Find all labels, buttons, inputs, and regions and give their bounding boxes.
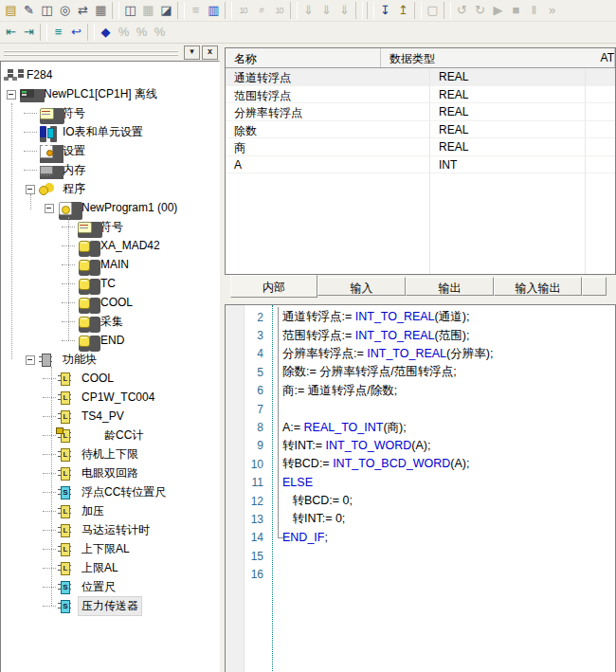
expand-box[interactable] <box>62 316 77 328</box>
variable-tab[interactable]: 输出 <box>406 277 494 296</box>
code-line[interactable]: 15 <box>226 547 615 565</box>
expand-box[interactable] <box>62 259 77 271</box>
variable-tab[interactable]: 输入 <box>317 277 406 296</box>
monitor-mode-icon[interactable]: ↻ <box>471 2 489 19</box>
code-line[interactable]: 3 范围转浮点:= INT_TO_REAL(范围); <box>226 326 615 344</box>
watch-hex-icon[interactable]: # <box>252 2 270 19</box>
binoculars-icon[interactable]: ◎ <box>56 2 74 19</box>
page-check-icon[interactable]: ◪ <box>157 2 175 19</box>
code-line[interactable]: 10 转BCD:= INT_TO_BCD_WORD(A); <box>226 455 615 473</box>
monitor-icon[interactable]: ▢ <box>424 2 442 19</box>
tree-item[interactable]: COOL <box>1 293 219 312</box>
tree-item[interactable]: MAIN <box>1 255 219 274</box>
code-line[interactable]: 8 A:= REAL_TO_INT(商); <box>226 418 615 436</box>
cell-datatype[interactable]: REAL <box>430 103 586 121</box>
force-cancel-icon[interactable]: ⇓ <box>335 2 353 19</box>
tree-item[interactable]: 压力传送器 <box>1 596 219 615</box>
code-line[interactable]: 4 分辨率转浮点:= INT_TO_REAL(分辨率); <box>226 345 615 363</box>
variable-tab[interactable] <box>582 277 607 296</box>
clipboard-icon[interactable]: ▦ <box>92 2 110 19</box>
cell-name[interactable]: A <box>226 156 430 174</box>
tree-item[interactable]: TC <box>1 274 219 293</box>
st-code-editor[interactable]: 2 通道转浮点:= INT_TO_REAL(通道); 3 范围转浮点:= INT… <box>225 304 616 672</box>
table-row[interactable]: 分辨率转浮点 REAL <box>226 103 615 121</box>
expand-box[interactable] <box>43 486 58 499</box>
tree-item[interactable]: 符号 <box>1 217 219 236</box>
expand-box[interactable] <box>24 126 39 138</box>
pause-icon[interactable]: ‖ <box>525 2 543 19</box>
table-row[interactable]: 商 REAL <box>226 138 615 156</box>
cell-at[interactable] <box>586 138 615 156</box>
play-icon[interactable]: ▶ <box>489 2 507 19</box>
tree-item[interactable]: 程序 <box>1 179 219 198</box>
expand-box[interactable] <box>24 107 39 119</box>
close-icon[interactable]: x <box>202 45 218 60</box>
code-line[interactable]: 9 转INT:= INT_TO_WORD(A); <box>226 437 615 455</box>
expand-box[interactable] <box>62 221 77 233</box>
tree-item[interactable]: COOL <box>1 369 219 388</box>
tree-item[interactable]: IO表和单元设置 <box>1 122 219 141</box>
run-mode-icon[interactable]: ↺ <box>453 2 471 19</box>
tree-item[interactable]: F284 <box>1 65 219 84</box>
expand-box[interactable] <box>24 145 39 157</box>
expand-box[interactable] <box>5 88 20 100</box>
cell-at[interactable] <box>586 103 615 121</box>
set-value-icon[interactable]: % <box>115 24 133 41</box>
tree-item[interactable]: NewProgram1 (00) <box>1 198 219 217</box>
expand-box[interactable] <box>24 183 39 195</box>
cell-datatype[interactable]: REAL <box>430 68 586 86</box>
stop-icon[interactable]: ■ <box>507 2 525 19</box>
indent-icon[interactable]: ⇤ <box>2 24 20 41</box>
flag-pen-icon[interactable]: ◆ <box>97 24 115 41</box>
expand-box[interactable] <box>43 448 58 461</box>
align-lines-icon[interactable]: ≡ <box>49 24 67 41</box>
compare-programs-icon[interactable]: ◫ <box>121 2 139 19</box>
variable-tab[interactable]: 内部 <box>230 275 317 298</box>
tree-item[interactable]: 采集 <box>1 312 219 331</box>
chevron-down-icon[interactable]: ▾ <box>184 45 200 60</box>
force-off-icon[interactable]: ⇓ <box>317 2 335 19</box>
paste-icon[interactable]: ▤ <box>2 2 20 19</box>
code-line[interactable]: 14 END_IF; <box>226 529 615 547</box>
list-icon[interactable]: ≡ <box>187 2 205 19</box>
workspace-handle[interactable]: ▾ x <box>0 44 220 61</box>
cell-name[interactable]: 商 <box>226 138 430 156</box>
column-header[interactable]: 数据类型 <box>381 48 592 67</box>
tree-item[interactable]: 功能块 <box>1 350 219 369</box>
expand-box[interactable] <box>24 164 39 176</box>
expand-box[interactable] <box>43 467 58 480</box>
expand-box[interactable] <box>43 410 58 423</box>
tree-item[interactable]: 位置尺 <box>1 577 219 596</box>
expand-box[interactable] <box>24 354 39 366</box>
tree-item[interactable]: 符号 <box>1 103 219 122</box>
watch-signed-icon[interactable]: 10 <box>270 2 288 19</box>
tree-item[interactable]: 电眼双回路 <box>1 463 219 482</box>
code-line[interactable]: 11 ELSE <box>226 474 615 492</box>
expand-box[interactable] <box>43 562 58 574</box>
find-in-page-icon[interactable]: ◫ <box>38 2 56 19</box>
tree-item[interactable]: 待机上下限 <box>1 445 219 463</box>
tree-item[interactable]: CP1W_TC004 <box>1 388 219 407</box>
tree-item[interactable]: 加压 <box>1 501 219 520</box>
change-value-icon[interactable]: % <box>133 24 151 41</box>
expand-box[interactable] <box>62 240 77 252</box>
cell-datatype[interactable]: REAL <box>430 86 586 104</box>
tree-item[interactable]: 马达运转计时 <box>1 520 219 539</box>
tree-item[interactable]: 设置 <box>1 141 219 160</box>
cell-at[interactable] <box>586 156 615 174</box>
tree-item[interactable]: END <box>1 331 219 350</box>
watch-decimal-icon[interactable]: 10 <box>234 2 252 19</box>
cell-name[interactable]: 通道转浮点 <box>226 68 430 86</box>
rewrap-icon[interactable]: ↩ <box>67 24 85 41</box>
column-header[interactable]: 名称 <box>226 48 381 67</box>
tree-item[interactable]: TS4_PV <box>1 407 219 426</box>
table-row[interactable]: 除数 REAL <box>226 121 615 139</box>
expand-box[interactable] <box>43 391 58 404</box>
code-line[interactable]: 16 <box>226 565 615 583</box>
code-line[interactable]: 7 <box>226 400 615 418</box>
table-row[interactable]: 通道转浮点 REAL <box>226 68 615 86</box>
transfer-to-plc-icon[interactable]: ↧ <box>376 2 394 19</box>
expand-box[interactable] <box>43 600 58 612</box>
table-row[interactable]: A INT <box>226 156 615 174</box>
tree-item[interactable]: 上限AL <box>1 558 219 577</box>
